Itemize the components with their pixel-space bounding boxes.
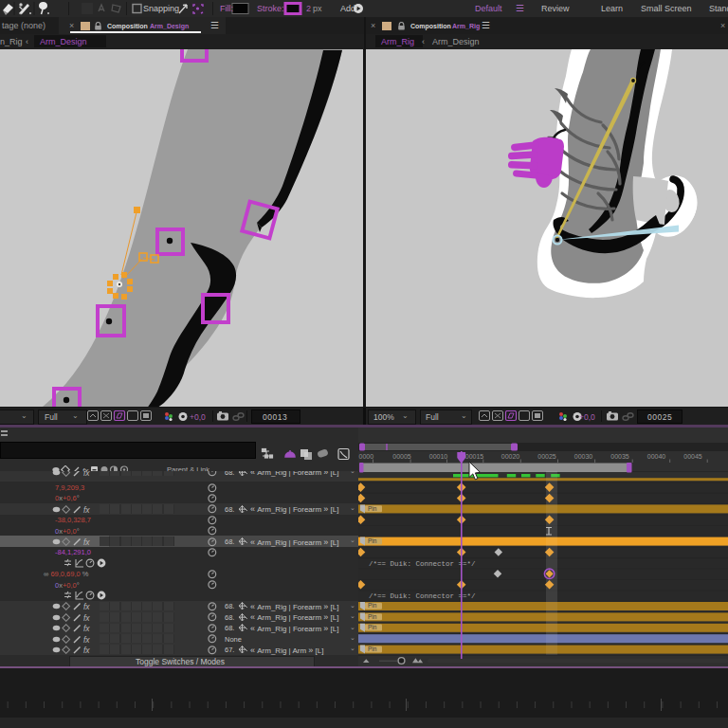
svg-text:00020: 00020 <box>501 453 520 460</box>
svg-text:00005: 00005 <box>392 453 411 460</box>
svg-text:fx: fx <box>83 624 90 632</box>
svg-text:fx: fx <box>83 537 90 546</box>
svg-text:fx: fx <box>83 602 90 610</box>
svg-text:00010: 00010 <box>429 453 448 460</box>
svg-text:Pin: Pin <box>368 505 377 512</box>
svg-text:fx: fx <box>83 646 90 654</box>
svg-text:fx: fx <box>83 613 90 622</box>
svg-text:fx: fx <box>83 471 90 477</box>
svg-text:Pin: Pin <box>368 646 377 652</box>
svg-text:Pin: Pin <box>368 537 377 544</box>
svg-text:00035: 00035 <box>610 453 629 460</box>
svg-text:Pin: Pin <box>368 613 377 620</box>
svg-text:fx: fx <box>83 505 90 514</box>
svg-text:/*== Duik: Connector ==*/: /*== Duik: Connector ==*/ <box>369 592 476 600</box>
svg-text:fx: fx <box>83 635 90 644</box>
svg-text:/*== Duik: Connector ==*/: /*== Duik: Connector ==*/ <box>369 560 476 568</box>
svg-text:00040: 00040 <box>647 453 666 460</box>
svg-text:Pin: Pin <box>368 624 377 630</box>
svg-text:Pin: Pin <box>368 602 377 609</box>
svg-text:00045: 00045 <box>683 453 702 460</box>
svg-text:00030: 00030 <box>574 453 593 460</box>
svg-text:00015: 00015 <box>465 453 484 460</box>
svg-text:0000: 0000 <box>359 453 374 460</box>
svg-text:00025: 00025 <box>537 453 556 460</box>
